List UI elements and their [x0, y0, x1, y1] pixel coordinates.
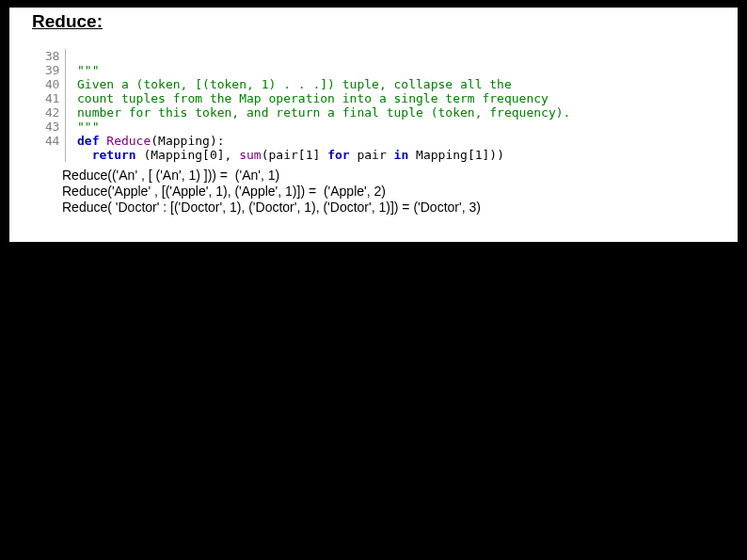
docstring-close: """: [77, 120, 99, 134]
code-text: ],: [217, 148, 239, 162]
code-text: pair: [350, 148, 394, 162]
number-literal: 1: [475, 148, 483, 162]
line-number-gutter: 38 39 40 41 42 43 44: [36, 49, 66, 162]
builtin-sum: sum: [239, 148, 261, 162]
def-params: (Mapping):: [151, 134, 224, 148]
slide: Reduce: 38 39 40 41 42 43 44 """ Given a…: [9, 8, 738, 242]
code-text: ])): [483, 148, 504, 162]
line-number: 44: [36, 134, 59, 148]
example-line: Reduce(('An' , [ ('An', 1) ])) = ('An', …: [62, 168, 481, 184]
keyword-return: return: [92, 148, 144, 162]
line-number: 39: [36, 63, 59, 77]
line-number: 43: [36, 120, 59, 134]
line-number: 41: [36, 91, 59, 105]
docstring-line: number for this token, and return a fina…: [77, 105, 570, 120]
keyword-in: in: [394, 148, 409, 162]
line-number: 42: [36, 105, 59, 120]
keyword-def: def: [77, 134, 106, 148]
example-line: Reduce('Apple' , [('Apple', 1), ('Apple'…: [62, 184, 481, 200]
code-text: Mapping[: [408, 148, 474, 162]
function-name: Reduce: [106, 134, 151, 148]
code-block: 38 39 40 41 42 43 44 """ Given a (token,…: [36, 49, 570, 162]
section-title: Reduce:: [32, 11, 103, 32]
docstring-line: Given a (token, [(token, 1) . . .]) tupl…: [77, 77, 512, 91]
line-number: 40: [36, 77, 59, 91]
code-text: (pair[: [262, 148, 306, 162]
docstring-line: count tuples from the Map operation into…: [77, 91, 548, 105]
code-text: (Mapping[: [143, 148, 209, 162]
indent: [77, 148, 92, 162]
code-text: ]: [313, 148, 328, 162]
examples-block: Reduce(('An' , [ ('An', 1) ])) = ('An', …: [62, 168, 481, 216]
number-literal: 1: [306, 148, 313, 162]
docstring-open: """: [77, 63, 99, 77]
code-content: """ Given a (token, [(token, 1) . . .]) …: [66, 49, 570, 162]
keyword-for: for: [327, 148, 349, 162]
example-line: Reduce( 'Doctor' : [('Doctor', 1), ('Doc…: [62, 200, 481, 216]
number-literal: 0: [210, 148, 217, 162]
line-number: 38: [36, 49, 59, 63]
